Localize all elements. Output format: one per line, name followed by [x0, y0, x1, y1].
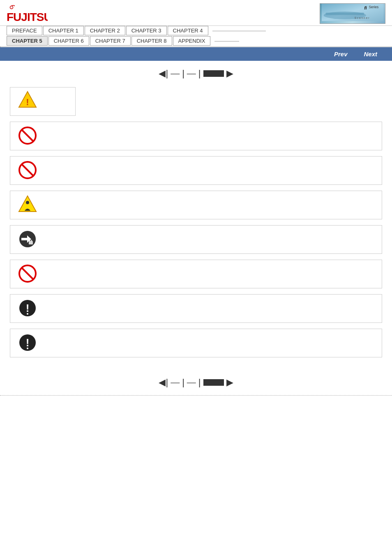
- header-brand-image: fi Series Scanner: [320, 3, 385, 24]
- nav-row-1: PREFACE CHAPTER 1 CHAPTER 2 CHAPTER 3 CH…: [7, 26, 385, 36]
- svg-point-27: [27, 348, 28, 349]
- svg-text:Scanner: Scanner: [355, 16, 370, 19]
- first-page-button-bottom[interactable]: ◀|: [157, 377, 170, 388]
- instruction-icon: [18, 230, 37, 249]
- nav-tab-chapter8[interactable]: CHAPTER 8: [131, 36, 172, 46]
- svg-point-0: [10, 6, 13, 9]
- progress-bar: [203, 70, 224, 77]
- svg-text:!: !: [25, 302, 29, 314]
- warning-icon: !: [18, 91, 37, 108]
- icon-box-note-1: !: [10, 294, 382, 323]
- next-page-button[interactable]: ▶: [225, 68, 235, 79]
- nav-line-2: [214, 41, 239, 41]
- prev-page-button-bottom[interactable]: |: [180, 377, 186, 388]
- nav-tab-chapter5[interactable]: CHAPTER 5: [7, 36, 48, 46]
- svg-rect-19: [31, 240, 32, 242]
- nav-tab-chapter1[interactable]: CHAPTER 1: [43, 26, 84, 35]
- svg-point-24: [27, 313, 28, 315]
- prohibition-icon-2: [18, 161, 37, 180]
- svg-text:fi: fi: [364, 5, 367, 10]
- note-icon-2: !: [18, 333, 37, 352]
- nav-tab-chapter7[interactable]: CHAPTER 7: [90, 36, 131, 46]
- ctrl-separator-b2: —: [186, 377, 197, 388]
- svg-text:!: !: [25, 336, 29, 349]
- brand-image-svg: fi Series Scanner: [322, 3, 383, 22]
- nav-tabs: PREFACE CHAPTER 1 CHAPTER 2 CHAPTER 3 CH…: [0, 26, 392, 47]
- svg-text:!: !: [26, 97, 29, 107]
- header: FUJITSU fi Series Scanner: [0, 0, 392, 26]
- content-area: !: [0, 83, 392, 371]
- ctrl-separator-1: —: [170, 68, 180, 79]
- svg-rect-17: [29, 241, 33, 244]
- icon-box-caution: [10, 191, 382, 219]
- svg-text:FUJITSU: FUJITSU: [7, 11, 48, 23]
- prohibition-icon-area-3: [16, 264, 39, 283]
- ctrl-bar-bottom[interactable]: |: [197, 377, 203, 388]
- nav-tab-appendix[interactable]: APPENDIX: [173, 36, 211, 46]
- prev-page-button[interactable]: |: [180, 68, 186, 79]
- playback-controls-top: ◀| — | — | ▶: [0, 61, 392, 83]
- ctrl-bar[interactable]: |: [197, 68, 203, 79]
- svg-point-15: [26, 201, 29, 204]
- next-button[interactable]: Next: [355, 49, 385, 59]
- nav-line-area-2: [211, 36, 385, 46]
- svg-text:Series: Series: [369, 5, 378, 9]
- nav-tab-preface[interactable]: PREFACE: [7, 26, 42, 35]
- logo: FUJITSU: [7, 5, 48, 23]
- icon-box-prohibition-1: [10, 122, 382, 150]
- ctrl-separator-b1: —: [170, 377, 180, 388]
- svg-rect-4: [325, 13, 364, 15]
- svg-rect-18: [30, 240, 30, 242]
- prohibition-icon-area-2: [16, 161, 39, 180]
- note-icon-area-1: !: [16, 299, 39, 318]
- prohibition-icon-area-1: [16, 126, 39, 145]
- nav-line-1: [212, 31, 266, 31]
- nav-tab-chapter6[interactable]: CHAPTER 6: [48, 36, 89, 46]
- warning-icon-area: !: [16, 91, 39, 108]
- playback-controls-bottom: ◀| — | — | ▶: [0, 371, 392, 391]
- nav-row-2: CHAPTER 5 CHAPTER 6 CHAPTER 7 CHAPTER 8 …: [7, 36, 385, 46]
- nav-tab-chapter3[interactable]: CHAPTER 3: [126, 26, 167, 35]
- nav-tab-chapter2[interactable]: CHAPTER 2: [85, 26, 125, 35]
- prohibition-icon-1: [18, 126, 37, 145]
- prevnext-bar: Prev Next: [0, 47, 392, 61]
- prev-button[interactable]: Prev: [326, 49, 356, 59]
- nav-line-area-1: [209, 26, 385, 36]
- icon-box-warning: !: [10, 87, 76, 116]
- ctrl-separator-2: —: [186, 68, 197, 79]
- progress-bar-bottom: [203, 379, 224, 386]
- note-icon-area-2: !: [16, 333, 39, 352]
- nav-tab-chapter4[interactable]: CHAPTER 4: [168, 26, 208, 35]
- icon-box-instruction: [10, 225, 382, 254]
- caution-icon-area: [16, 195, 39, 212]
- first-page-button[interactable]: ◀|: [157, 68, 170, 79]
- next-page-button-bottom[interactable]: ▶: [225, 377, 235, 388]
- caution-icon: [18, 195, 37, 212]
- separator-dots-bottom: [0, 395, 392, 396]
- fujitsu-logo-svg: FUJITSU: [7, 5, 48, 23]
- icon-box-prohibition-2: [10, 156, 382, 185]
- note-icon-1: !: [18, 299, 37, 318]
- icon-box-prohibition-3: [10, 260, 382, 288]
- prohibition-icon-3: [18, 264, 37, 283]
- instruction-icon-area: [16, 230, 39, 249]
- icon-box-note-2: !: [10, 329, 382, 357]
